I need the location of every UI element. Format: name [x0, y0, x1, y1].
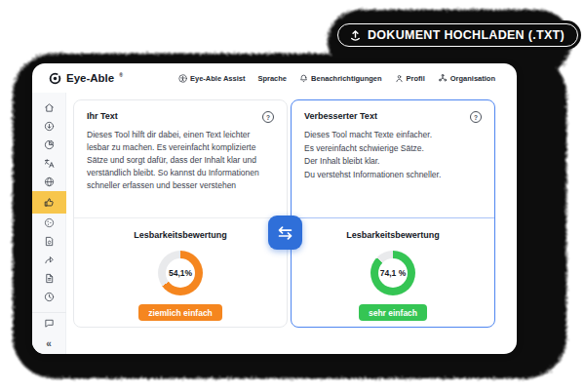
upload-button-label: DOKUMENT HOCHLADEN (.TXT) — [368, 28, 565, 42]
readability-donut-chart-improved: 74,1 % — [370, 251, 415, 295]
app-window: Eye-Able® Eye-Able Assist Sprache — [32, 63, 517, 354]
assist-icon — [178, 74, 187, 83]
sidebar-item-scan[interactable] — [32, 214, 66, 232]
page: DOKUMENT HOCHLADEN (.TXT) Eye-Able® — [0, 0, 585, 392]
home-icon — [44, 102, 55, 113]
sphere-icon — [44, 217, 55, 228]
bell-icon — [299, 74, 308, 83]
sidebar-collapse-button[interactable]: « — [32, 333, 66, 354]
logo-mark: ® — [119, 72, 123, 78]
readability-title: Lesbarkeitsbewertung — [134, 230, 227, 240]
upload-icon — [349, 29, 362, 42]
eye-able-logo-icon — [49, 72, 61, 85]
logo-text: Eye-Able — [66, 72, 114, 84]
readability-value: 54,1% — [158, 251, 203, 295]
thumbs-up-icon — [44, 197, 55, 208]
sidebar-item-website[interactable] — [32, 173, 66, 191]
share-icon — [44, 255, 55, 265]
sidebar: « — [32, 93, 66, 354]
header-nav: Eye-Able Assist Sprache Benachrichtigung… — [178, 73, 495, 83]
sidebar-item-support-chat[interactable] — [32, 313, 66, 333]
nav-profil[interactable]: Profil — [395, 74, 425, 83]
original-text-body[interactable]: Dieses Tool hilft dir dabei, einen Text … — [87, 129, 274, 192]
nav-label: Profil — [407, 74, 425, 83]
help-icon[interactable]: ? — [262, 111, 274, 123]
improved-readability-section: Lesbarkeitsbewertung 74,1 % sehr einfach — [292, 218, 494, 327]
nav-benachrichtigungen[interactable]: Benachrichtigungen — [299, 74, 382, 83]
nav-label: Benachrichtigungen — [311, 74, 382, 83]
improved-text-card: Verbesserter Text ? Dieses Tool macht Te… — [291, 99, 495, 328]
sidebar-item-history[interactable] — [32, 288, 66, 306]
sidebar-item-simple-language-active[interactable] — [32, 191, 66, 214]
collapse-icon: « — [46, 338, 52, 349]
readability-title: Lesbarkeitsbewertung — [346, 230, 440, 240]
sidebar-item-statistics[interactable] — [32, 136, 66, 154]
organisation-icon — [438, 73, 448, 83]
original-text-area[interactable]: Ihr Text ? Dieses Tool hilft dir dabei, … — [74, 100, 287, 218]
upload-document-button-inner: DOKUMENT HOCHLADEN (.TXT) — [337, 23, 578, 47]
readability-badge-original: ziemlich einfach — [138, 304, 222, 321]
globe-icon — [44, 176, 55, 187]
sidebar-item-reports[interactable] — [32, 269, 66, 288]
swap-arrows-icon — [277, 226, 293, 240]
nav-organisation[interactable]: Organisation — [438, 73, 495, 83]
sidebar-item-home[interactable] — [32, 98, 66, 117]
app-header: Eye-Able® Eye-Able Assist Sprache — [32, 63, 517, 93]
original-readability-section: Lesbarkeitsbewertung 54,1% ziemlich einf… — [74, 218, 287, 327]
upload-document-button[interactable]: DOKUMENT HOCHLADEN (.TXT) — [334, 20, 581, 50]
help-icon[interactable]: ? — [470, 111, 482, 123]
original-text-card: Ihr Text ? Dieses Tool hilft dir dabei, … — [73, 99, 288, 328]
sidebar-item-share[interactable] — [32, 251, 66, 269]
improved-text-area[interactable]: Verbesserter Text ? Dieses Tool macht Te… — [292, 100, 494, 218]
chat-icon — [44, 318, 55, 329]
readability-badge-improved: sehr einfach — [359, 304, 427, 321]
improved-text-line: Du verstehst Informationen schneller. — [304, 169, 482, 182]
language-icon — [44, 158, 55, 169]
readability-value: 74,1 % — [370, 251, 415, 295]
nav-label: Organisation — [450, 74, 495, 83]
nav-label: Sprache — [257, 74, 287, 83]
nav-sprache[interactable]: Sprache — [257, 74, 287, 83]
download-circle-icon — [44, 121, 55, 132]
eye-able-logo[interactable]: Eye-Able® — [49, 72, 123, 85]
nav-eye-able-assist[interactable]: Eye-Able Assist — [178, 74, 245, 83]
document-sync-icon — [44, 236, 55, 247]
history-icon — [44, 292, 55, 302]
improved-text-line: Der Inhalt bleibt klar. — [304, 155, 482, 169]
improved-text-line: Es vereinfacht schwierige Sätze. — [304, 142, 482, 156]
nav-label: Eye-Able Assist — [190, 74, 245, 83]
improved-text-title: Verbesserter Text — [304, 111, 377, 121]
swap-texts-button[interactable] — [268, 216, 302, 250]
sidebar-item-document-check[interactable] — [32, 232, 66, 251]
pie-chart-icon — [44, 139, 55, 150]
app-body: « Ihr Text ? Dieses Tool hilft dir dabei… — [32, 93, 517, 354]
sidebar-item-language[interactable] — [32, 154, 66, 173]
document-icon — [44, 273, 55, 284]
original-text-title: Ihr Text — [87, 111, 118, 121]
sidebar-item-download[interactable] — [32, 117, 66, 136]
improved-text-line: Dieses Tool macht Texte einfacher. — [304, 129, 482, 142]
readability-donut-chart-original: 54,1% — [158, 251, 203, 295]
person-icon — [395, 74, 404, 83]
